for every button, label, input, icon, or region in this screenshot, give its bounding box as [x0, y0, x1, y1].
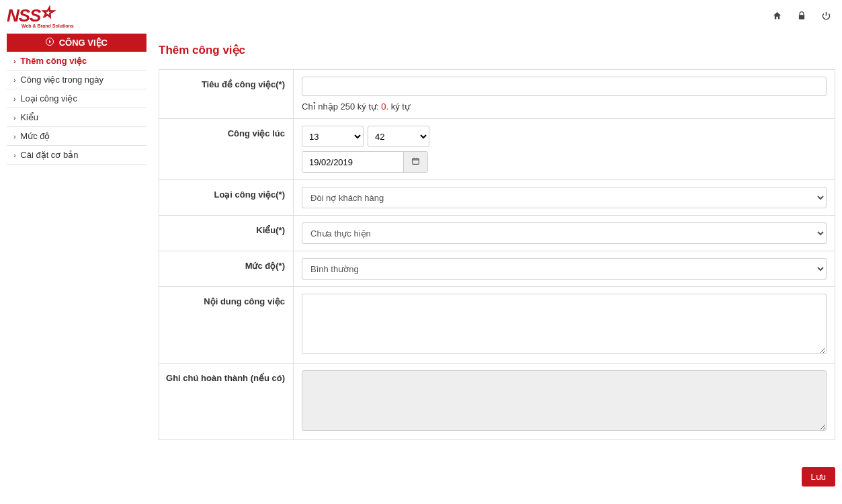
topbar: NSS☆ Web & Brand Solutions	[0, 0, 842, 34]
sidebar-item-today-tasks[interactable]: › Công việc trong ngày	[7, 71, 146, 89]
sidebar: CÔNG VIỆC › Thêm công việc › Công việc t…	[7, 34, 146, 165]
type-select[interactable]: Đòi nợ khách hàng	[302, 187, 827, 208]
title-input[interactable]	[302, 77, 827, 96]
star-icon: ☆	[40, 4, 53, 22]
note-textarea[interactable]	[302, 370, 827, 431]
chevron-right-icon: ›	[13, 57, 16, 65]
hint-suffix: ký tự	[388, 101, 410, 112]
sidebar-item-label: Kiểu	[20, 112, 38, 122]
sidebar-item-add-task[interactable]: › Thêm công việc	[7, 52, 146, 71]
sidebar-item-basic-settings[interactable]: › Cài đặt cơ bản	[7, 146, 146, 165]
label-content: Nội dung công việc	[159, 287, 294, 363]
row-style: Kiểu(*) Chưa thực hiện	[159, 216, 835, 251]
sidebar-item-label: Cài đặt cơ bản	[20, 150, 78, 160]
label-note: Ghi chú hoàn thành (nếu có)	[159, 364, 294, 439]
hint-prefix: Chỉ nhập 250 ký tự:	[302, 101, 381, 112]
sidebar-item-level[interactable]: › Mức độ	[7, 127, 146, 146]
sidebar-item-label: Loại công việc	[20, 93, 77, 103]
calendar-icon	[411, 157, 420, 167]
chevron-right-icon: ›	[13, 132, 16, 140]
topbar-icons	[772, 11, 831, 23]
label-level: Mức độ(*)	[159, 251, 294, 286]
level-select[interactable]: Bình thường	[302, 258, 827, 280]
power-icon[interactable]	[821, 11, 831, 23]
date-input[interactable]	[302, 152, 403, 172]
sidebar-item-label: Công việc trong ngày	[20, 75, 103, 85]
form: Tiêu đề công việc(*) Chỉ nhập 250 ký tự:…	[159, 69, 835, 440]
sidebar-item-label: Mức độ	[20, 131, 50, 141]
row-level: Mức độ(*) Bình thường	[159, 251, 835, 287]
sidebar-item-style[interactable]: › Kiểu	[7, 108, 146, 127]
label-type: Loại công việc(*)	[159, 180, 294, 215]
chevron-right-icon: ›	[13, 114, 16, 122]
chevron-right-icon: ›	[13, 151, 16, 159]
home-icon[interactable]	[772, 11, 782, 23]
brand-tagline: Web & Brand Solutions	[22, 24, 74, 28]
lock-icon[interactable]	[797, 11, 806, 23]
minute-select[interactable]: 42	[368, 126, 429, 147]
label-style: Kiểu(*)	[159, 216, 294, 251]
chevron-right-icon: ›	[13, 95, 16, 103]
footer-actions: Lưu	[159, 467, 835, 487]
hint-count: 0.	[381, 101, 388, 112]
title-hint: Chỉ nhập 250 ký tự: 0. ký tự	[302, 101, 827, 112]
row-content: Nội dung công việc	[159, 287, 835, 364]
style-select[interactable]: Chưa thực hiện	[302, 222, 827, 244]
row-title: Tiêu đề công việc(*) Chỉ nhập 250 ký tự:…	[159, 70, 835, 119]
hour-select[interactable]: 13	[302, 126, 364, 147]
date-group	[302, 151, 428, 173]
svg-rect-1	[413, 159, 419, 165]
row-schedule: Công việc lúc 13 42	[159, 119, 835, 180]
label-schedule: Công việc lúc	[159, 119, 294, 179]
chevron-right-icon: ›	[13, 76, 16, 84]
sidebar-header[interactable]: CÔNG VIỆC	[7, 34, 146, 52]
label-title: Tiêu đề công việc(*)	[159, 70, 294, 118]
main-content: Thêm công việc Tiêu đề công việc(*) Chỉ …	[146, 34, 842, 504]
row-note: Ghi chú hoàn thành (nếu có)	[159, 364, 835, 439]
row-type: Loại công việc(*) Đòi nợ khách hàng	[159, 180, 835, 216]
content-textarea[interactable]	[302, 294, 827, 354]
sidebar-item-label: Thêm công việc	[20, 56, 87, 66]
page-title: Thêm công việc	[159, 43, 835, 57]
logo-block: NSS☆ Web & Brand Solutions	[7, 5, 74, 28]
calendar-button[interactable]	[403, 152, 427, 172]
sidebar-header-label: CÔNG VIỆC	[59, 38, 108, 48]
sidebar-item-task-type[interactable]: › Loại công việc	[7, 89, 146, 108]
chevron-circle-icon	[46, 38, 54, 48]
save-button[interactable]: Lưu	[802, 467, 835, 487]
